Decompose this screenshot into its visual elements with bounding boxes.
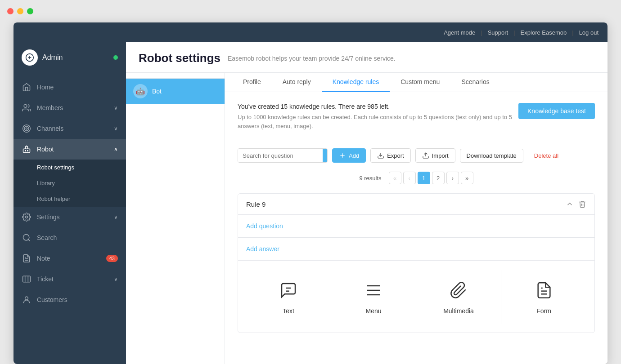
- sidebar-item-customers[interactable]: Customers: [14, 289, 126, 310]
- maximize-button[interactable]: [27, 8, 33, 14]
- svg-point-8: [26, 216, 28, 218]
- main-content: 🤖 Bot Profile Auto reply Knowledge rules…: [126, 73, 608, 364]
- add-question-link[interactable]: Add question: [246, 222, 283, 230]
- add-button[interactable]: Add: [332, 148, 366, 163]
- home-icon: [22, 82, 32, 92]
- import-button[interactable]: Import: [415, 148, 455, 163]
- members-label: Members: [37, 104, 63, 111]
- bot-sidebar: 🤖 Bot: [126, 73, 225, 364]
- channels-label: Channels: [37, 125, 63, 132]
- robot-label: Robot: [37, 146, 54, 153]
- sidebar-item-channels[interactable]: Channels ∨: [14, 118, 126, 139]
- sidebar-item-robot-settings[interactable]: Robot settings: [14, 160, 126, 175]
- sidebar-item-note[interactable]: Note 43: [14, 248, 126, 269]
- robot-icon: [22, 144, 32, 154]
- kr-info-sub: Up to 1000 knowledge rules can be create…: [238, 113, 518, 130]
- action-bar: Add Export Import Download t: [238, 148, 595, 163]
- page-prev-button[interactable]: ‹: [403, 172, 416, 184]
- answer-type-form[interactable]: Form: [501, 270, 586, 324]
- search-bar: [238, 148, 328, 163]
- tab-knowledge-rules[interactable]: Knowledge rules: [322, 73, 390, 92]
- page-first-button[interactable]: «: [389, 172, 401, 184]
- rule-actions: [566, 200, 586, 208]
- tabs-row: Profile Auto reply Knowledge rules Custo…: [225, 73, 608, 92]
- bot-list-item[interactable]: 🤖 Bot: [126, 79, 225, 104]
- search-button[interactable]: [323, 149, 328, 162]
- explore-link[interactable]: Explore Easemob: [521, 29, 567, 36]
- ticket-icon: [22, 274, 32, 284]
- form-label: Form: [536, 307, 551, 315]
- logo-icon: [22, 49, 38, 66]
- bot-name: Bot: [152, 88, 162, 95]
- answer-type-menu[interactable]: Menu: [331, 270, 416, 324]
- minimize-button[interactable]: [17, 8, 23, 14]
- kr-info-banner: You've created 15 knowledge rules. There…: [238, 103, 518, 130]
- sidebar: Admin Home Members ∨: [14, 42, 126, 364]
- answer-type-multimedia[interactable]: Multimedia: [416, 270, 501, 324]
- sidebar-item-search[interactable]: Search: [14, 227, 126, 248]
- settings-label: Settings: [37, 213, 60, 221]
- svg-rect-13: [23, 276, 31, 282]
- online-indicator: [113, 55, 118, 60]
- results-count: 9 results: [359, 175, 381, 182]
- search-input[interactable]: [238, 149, 323, 162]
- search-label: Search: [37, 234, 57, 241]
- svg-point-3: [24, 126, 29, 131]
- delete-all-label: Delete all: [534, 152, 558, 159]
- rule-delete-button[interactable]: [578, 200, 586, 208]
- answer-type-text[interactable]: Text: [246, 270, 331, 324]
- sidebar-item-library[interactable]: Library: [14, 175, 126, 191]
- tab-scenarios[interactable]: Scenarios: [450, 73, 500, 92]
- ticket-label: Ticket: [37, 275, 54, 283]
- home-label: Home: [37, 84, 54, 91]
- admin-label: Admin: [42, 53, 63, 62]
- sidebar-item-ticket[interactable]: Ticket ∨: [14, 269, 126, 289]
- page-subtitle: Easemob robot helps your team provide 24…: [228, 55, 396, 62]
- customers-label: Customers: [37, 296, 68, 303]
- ticket-chevron: ∨: [114, 276, 118, 282]
- top-bar: Agent mode | Support | Explore Easemob |…: [14, 22, 608, 42]
- download-template-button[interactable]: Download template: [460, 149, 523, 163]
- sidebar-item-members[interactable]: Members ∨: [14, 98, 126, 118]
- sidebar-item-robot[interactable]: Robot ∧: [14, 139, 126, 160]
- sidebar-item-robot-helper[interactable]: Robot helper: [14, 191, 126, 207]
- page-2-button[interactable]: 2: [432, 172, 445, 184]
- multimedia-icon: [447, 279, 470, 302]
- members-icon: [22, 103, 32, 113]
- app-container: Agent mode | Support | Explore Easemob |…: [14, 22, 608, 364]
- logout-link[interactable]: Log out: [579, 29, 598, 36]
- text-icon: [277, 279, 300, 302]
- svg-point-1: [24, 105, 27, 108]
- support-link[interactable]: Support: [488, 29, 508, 36]
- tab-auto-reply[interactable]: Auto reply: [272, 73, 322, 92]
- svg-point-14: [25, 297, 28, 300]
- rule-card: Rule 9: [238, 193, 595, 333]
- add-answer-link[interactable]: Add answer: [246, 245, 279, 253]
- page-last-button[interactable]: »: [461, 172, 473, 184]
- svg-point-6: [25, 151, 26, 151]
- answer-types-grid: Text: [238, 261, 594, 333]
- export-button[interactable]: Export: [370, 148, 411, 163]
- close-button[interactable]: [7, 8, 14, 14]
- page-title-row: Robot settings Easemob robot helps your …: [139, 51, 595, 65]
- page-1-button[interactable]: 1: [418, 172, 430, 184]
- agent-mode-link[interactable]: Agent mode: [444, 29, 475, 36]
- delete-all-button[interactable]: Delete all: [528, 149, 565, 162]
- multimedia-label: Multimedia: [443, 307, 474, 315]
- tab-profile[interactable]: Profile: [232, 73, 272, 92]
- rule-collapse-button[interactable]: [566, 200, 574, 208]
- sidebar-item-settings[interactable]: Settings ∨: [14, 207, 126, 227]
- main-layout: Admin Home Members ∨: [14, 42, 608, 364]
- tab-custom-menu[interactable]: Custom menu: [390, 73, 450, 92]
- page-header: Robot settings Easemob robot helps your …: [126, 42, 608, 73]
- knowledge-base-test-button[interactable]: Knowledge base test: [518, 103, 595, 119]
- menu-icon: [362, 279, 385, 302]
- note-icon: [22, 253, 32, 263]
- answer-section: Add answer: [238, 238, 594, 261]
- question-section: Add question: [238, 215, 594, 238]
- page-next-button[interactable]: ›: [446, 172, 459, 184]
- settings-icon: [22, 212, 32, 222]
- svg-point-9: [23, 235, 29, 240]
- svg-point-4: [23, 125, 31, 133]
- sidebar-item-home[interactable]: Home: [14, 77, 126, 98]
